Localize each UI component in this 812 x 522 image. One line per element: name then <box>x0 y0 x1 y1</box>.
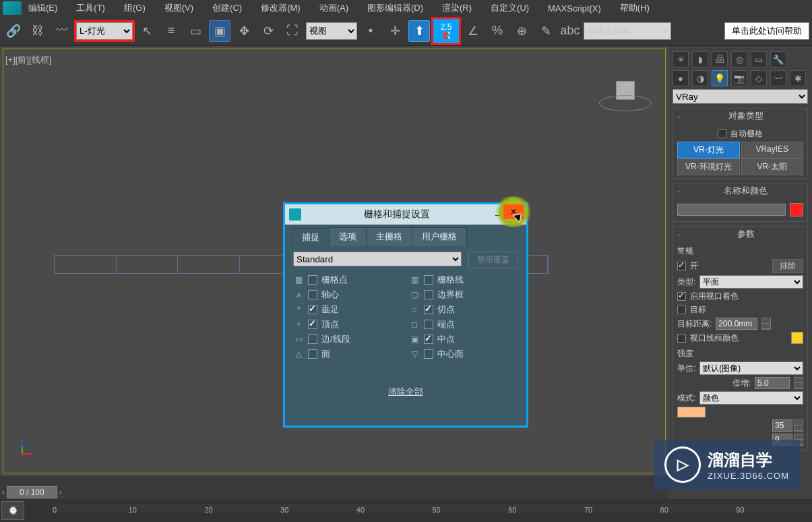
named-selection-dropdown[interactable]: 创建选择集 <box>584 22 671 40</box>
menu-animation[interactable]: 动画(A) <box>319 2 348 14</box>
shapes-cat-icon[interactable]: ◑ <box>692 70 708 86</box>
cameras-cat-icon[interactable]: 📷 <box>731 70 747 86</box>
menu-views[interactable]: 视图(V) <box>164 2 193 14</box>
gridln-checkbox[interactable] <box>424 275 433 285</box>
spinner-snap-icon[interactable]: ⊕ <box>511 20 532 42</box>
tab-options[interactable]: 选项 <box>329 227 367 246</box>
manipulate-icon[interactable]: ✛ <box>384 20 406 42</box>
tangent-checkbox[interactable] <box>424 305 433 314</box>
mode-dropdown[interactable]: 颜色 <box>699 391 803 405</box>
scale-icon[interactable]: ⛶ <box>282 20 303 42</box>
percent-snap-icon[interactable]: % <box>487 20 508 42</box>
bind-spacewarp-icon[interactable]: 〰 <box>51 20 73 42</box>
help-tooltip[interactable]: 单击此处访问帮助 <box>724 22 809 40</box>
edit-named-sel-icon[interactable]: ✎ <box>535 20 557 42</box>
motion-tab-icon[interactable]: ◎ <box>731 51 747 67</box>
hierarchy-tab-icon[interactable]: 品 <box>712 51 728 67</box>
objtype-heading[interactable]: 对象类型 <box>688 110 803 122</box>
helpers-cat-icon[interactable]: ◇ <box>751 70 767 86</box>
viewcube[interactable] <box>598 81 652 111</box>
close-button[interactable]: ✕ <box>503 204 524 219</box>
clear-all-button[interactable]: 清除全部 <box>293 386 518 398</box>
stat1-input[interactable] <box>772 419 792 432</box>
create-tab-icon[interactable]: ✳ <box>673 51 689 67</box>
menu-grapheditors[interactable]: 图形编辑器(D) <box>367 2 423 14</box>
display-tab-icon[interactable]: ▭ <box>751 51 767 67</box>
menu-modifiers[interactable]: 修改器(M) <box>261 2 301 14</box>
snap-toggle-button[interactable]: 2.5 🧲 <box>433 18 460 44</box>
menu-rendering[interactable]: 渲染(R) <box>442 2 472 14</box>
object-name-input[interactable] <box>677 204 786 216</box>
rotate-icon[interactable]: ⟳ <box>257 20 279 42</box>
gridpt-checkbox[interactable] <box>308 275 317 285</box>
timeconfig-icon[interactable]: ⌚ <box>1 501 24 520</box>
time-next-icon[interactable]: › <box>57 488 64 497</box>
pivot-checkbox[interactable] <box>308 290 317 299</box>
ref-coord-dropdown[interactable]: 视图 <box>306 22 357 40</box>
centerface-checkbox[interactable] <box>424 349 433 359</box>
wire-color-swatch[interactable] <box>791 332 803 344</box>
target-checkbox[interactable] <box>677 306 686 314</box>
move-icon[interactable]: ✥ <box>233 20 255 42</box>
vpwire-checkbox[interactable] <box>677 334 686 343</box>
exclude-button[interactable]: 排除 <box>772 259 803 273</box>
time-slider[interactable]: ‹ 0 / 100 › <box>0 486 668 499</box>
keyboard-shortcut-icon[interactable]: ⬆ <box>408 20 430 42</box>
stat1-spinner[interactable] <box>794 419 803 432</box>
face-checkbox[interactable] <box>308 349 317 359</box>
menu-customize[interactable]: 自定义(U) <box>491 2 529 14</box>
menu-tools[interactable]: 工具(T) <box>76 2 105 14</box>
type-dropdown[interactable]: 平面 <box>699 275 803 289</box>
named-sel-list-icon[interactable]: abc <box>559 20 581 42</box>
mult-input[interactable] <box>755 377 790 389</box>
select-by-name-icon[interactable]: ≡ <box>160 20 182 42</box>
params-heading[interactable]: 参数 <box>688 228 803 240</box>
spacewarps-cat-icon[interactable]: 〰 <box>770 70 786 86</box>
vrlight-button[interactable]: VR-灯光 <box>677 142 740 158</box>
menu-maxscript[interactable]: MAXScript(X) <box>548 3 601 13</box>
menu-help[interactable]: 帮助(H) <box>620 2 650 14</box>
link-icon[interactable]: 🔗 <box>3 20 24 42</box>
viewcube-ring-icon[interactable] <box>599 95 652 111</box>
utilities-tab-icon[interactable]: 🔧 <box>770 51 786 67</box>
snap-type-dropdown[interactable]: Standard <box>293 252 462 266</box>
unit-dropdown[interactable]: 默认(图像) <box>699 361 803 375</box>
vrsun-button[interactable]: VR-太阳 <box>741 158 804 175</box>
disable-override-button[interactable]: 禁用覆盖 <box>468 252 518 268</box>
selection-filter-dropdown[interactable]: L-灯光 <box>76 22 133 40</box>
endpt-checkbox[interactable] <box>424 320 433 329</box>
unlink-icon[interactable]: ⛓ <box>27 20 49 42</box>
bbox-checkbox[interactable] <box>424 290 433 299</box>
viewport-label[interactable]: [+][前][线框] <box>5 54 51 66</box>
vpshade-checkbox[interactable] <box>677 292 686 301</box>
window-crossing-icon[interactable]: ▣ <box>209 20 230 42</box>
renderer-dropdown[interactable]: VRay <box>673 89 808 104</box>
rect-select-icon[interactable]: ▭ <box>185 20 206 42</box>
frame-ruler[interactable]: 0 10 20 30 40 50 60 70 80 90 <box>53 504 812 517</box>
tab-homegrid[interactable]: 主栅格 <box>366 227 412 246</box>
tgtdist-spinner[interactable] <box>761 318 771 330</box>
color-swatch[interactable] <box>790 203 803 216</box>
edge-checkbox[interactable] <box>308 335 317 344</box>
time-slider-knob[interactable]: 0 / 100 <box>7 486 57 498</box>
tgtdist-input[interactable] <box>716 318 757 330</box>
vrayies-button[interactable]: VRayIES <box>741 142 804 158</box>
use-center-icon[interactable]: ▪ <box>360 20 381 42</box>
tab-usergrid[interactable]: 用户栅格 <box>412 227 467 246</box>
menu-create[interactable]: 创建(C) <box>212 2 242 14</box>
angle-snap-icon[interactable]: ∠ <box>462 20 484 42</box>
vrenv-button[interactable]: VR-环境灯光 <box>677 158 740 175</box>
tab-snap[interactable]: 捕捉 <box>292 228 330 247</box>
time-prev-icon[interactable]: ‹ <box>0 488 7 497</box>
geometry-cat-icon[interactable]: ● <box>673 70 689 86</box>
viewport-area[interactable]: [+][前][线框] 栅格和捕捉设置 — ▢ ✕ 捕捉 选项 主栅格 用户栅格 <box>0 46 668 476</box>
namecolor-heading[interactable]: 名称和颜色 <box>688 185 803 197</box>
systems-cat-icon[interactable]: ✱ <box>790 70 806 86</box>
menu-edit[interactable]: 编辑(E) <box>28 2 57 14</box>
lights-cat-icon[interactable]: 💡 <box>712 70 728 86</box>
perp-checkbox[interactable] <box>308 305 317 314</box>
autogrid-checkbox[interactable] <box>718 129 726 138</box>
light-color-swatch[interactable] <box>677 407 706 417</box>
modify-tab-icon[interactable]: ◗ <box>692 51 708 67</box>
on-checkbox[interactable] <box>677 262 686 270</box>
